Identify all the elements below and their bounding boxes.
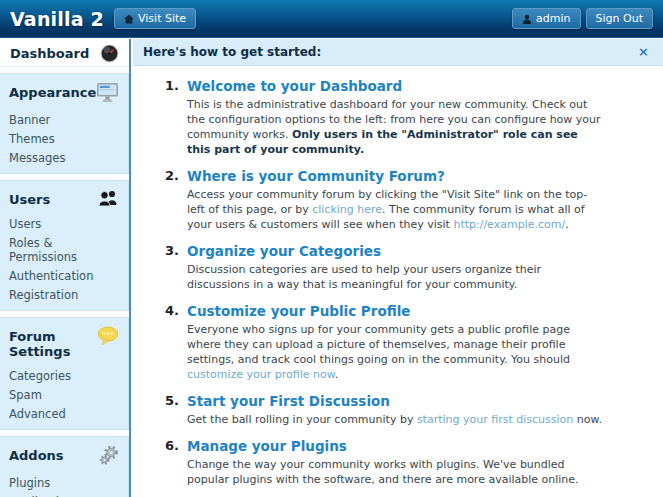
step-body: Change the way your community works with… <box>187 457 603 487</box>
step-body: Get the ball rolling in your community b… <box>187 412 603 427</box>
step-text: Everyone who signs up for your community… <box>187 323 570 366</box>
step-number: 4. <box>165 303 179 318</box>
step-heading: Start your First Discussion <box>187 393 603 409</box>
sign-out-button[interactable]: Sign Out <box>586 8 653 29</box>
sidebar-item-registration[interactable]: Registration <box>9 285 119 304</box>
users-icon <box>97 189 119 207</box>
section-title-appearance: Appearance <box>9 82 96 100</box>
sidebar-item-authentication[interactable]: Authentication <box>9 266 119 285</box>
dashboard-label: Dashboard <box>10 46 89 61</box>
section-title-users: Users <box>9 189 50 207</box>
user-icon <box>522 14 532 24</box>
sidebar-item-spam[interactable]: Spam <box>9 385 119 404</box>
step-heading: Customize your Public Profile <box>187 303 603 319</box>
sidebar: Dashboard Appearance <box>0 39 131 497</box>
step-heading: Manage your Plugins <box>187 438 603 454</box>
getting-started-title: Here's how to get started: <box>143 45 321 59</box>
step-number: 2. <box>165 168 179 183</box>
sidebar-section-addons: Addons Plugins Applications Locales <box>0 436 129 497</box>
step-body: Discussion categories are used to help y… <box>187 262 603 292</box>
step-text: Discussion categories are used to help y… <box>187 263 541 291</box>
header-right-group: admin Sign Out <box>512 8 653 29</box>
step-text: . <box>335 368 339 381</box>
speech-bubble-icon <box>97 326 119 346</box>
sidebar-item-themes[interactable]: Themes <box>9 129 119 148</box>
sidebar-section-users: Users Users Roles & Permissions Authenti… <box>0 180 129 311</box>
step-item-4: 4. Customize your Public Profile Everyon… <box>165 303 603 382</box>
sidebar-item-roles-permissions[interactable]: Roles & Permissions <box>9 233 119 266</box>
gauge-icon <box>100 44 119 63</box>
step-heading: Welcome to your Dashboard <box>187 78 603 94</box>
visit-site-button[interactable]: Visit Site <box>114 8 196 29</box>
step-item-2: 2. Where is your Community Forum? Access… <box>165 168 603 232</box>
clicking-here-link[interactable]: clicking here <box>312 203 382 216</box>
step-item-3: 3. Organize your Categories Discussion c… <box>165 243 603 292</box>
section-title-addons: Addons <box>9 445 64 463</box>
getting-started-list: 1. Welcome to your Dashboard This is the… <box>133 66 663 497</box>
top-header: Vanilla 2 Visit Site admin Sign Out <box>0 0 663 38</box>
step-item-6: 6. Manage your Plugins Change the way yo… <box>165 438 603 487</box>
step-number: 5. <box>165 393 179 408</box>
step-body: Access your community forum by clicking … <box>187 187 603 232</box>
section-title-forum-settings: Forum Settings <box>9 326 97 359</box>
app-title: Vanilla 2 <box>10 8 104 30</box>
close-icon[interactable]: × <box>634 47 653 57</box>
sidebar-item-dashboard[interactable]: Dashboard <box>0 39 129 67</box>
visit-site-label: Visit Site <box>138 12 186 25</box>
step-text: Change the way your community works with… <box>187 458 579 486</box>
step-text: . <box>565 218 569 231</box>
sidebar-item-applications[interactable]: Applications <box>9 492 119 497</box>
sidebar-item-users[interactable]: Users <box>9 214 119 233</box>
main-content: Here's how to get started: × 1. Welcome … <box>133 39 663 497</box>
monitor-icon <box>96 82 119 103</box>
sidebar-item-plugins[interactable]: Plugins <box>9 473 119 492</box>
sign-out-label: Sign Out <box>596 12 643 25</box>
customize-profile-link[interactable]: customize your profile now <box>187 368 335 381</box>
step-number: 1. <box>165 78 179 93</box>
step-number: 3. <box>165 243 179 258</box>
sidebar-section-appearance: Appearance Banner Themes Messages <box>0 73 129 174</box>
gears-icon <box>98 445 119 466</box>
vanilla-admin-window: Vanilla 2 Visit Site admin Sign Out Dash… <box>0 0 663 497</box>
sidebar-item-messages[interactable]: Messages <box>9 148 119 167</box>
sidebar-item-advanced[interactable]: Advanced <box>9 404 119 423</box>
admin-user-button[interactable]: admin <box>512 8 580 29</box>
step-text: Get the ball rolling in your community b… <box>187 413 417 426</box>
step-item-5: 5. Start your First Discussion Get the b… <box>165 393 603 427</box>
step-body: Everyone who signs up for your community… <box>187 322 603 382</box>
sidebar-item-banner[interactable]: Banner <box>9 110 119 129</box>
home-icon <box>124 14 134 24</box>
example-url-link[interactable]: http://example.com/ <box>453 218 565 231</box>
step-heading: Where is your Community Forum? <box>187 168 603 184</box>
step-number: 6. <box>165 438 179 453</box>
getting-started-panel: Here's how to get started: × 1. Welcome … <box>133 39 663 497</box>
step-body: This is the administrative dashboard for… <box>187 97 603 157</box>
admin-user-label: admin <box>536 12 570 25</box>
first-discussion-link[interactable]: starting your first discussion <box>417 413 573 426</box>
step-text: now. <box>573 413 602 426</box>
step-item-1: 1. Welcome to your Dashboard This is the… <box>165 78 603 157</box>
sidebar-section-forum-settings: Forum Settings Categories Spam Advanced <box>0 317 129 430</box>
step-heading: Organize your Categories <box>187 243 603 259</box>
getting-started-header: Here's how to get started: × <box>133 39 663 66</box>
sidebar-item-categories[interactable]: Categories <box>9 366 119 385</box>
